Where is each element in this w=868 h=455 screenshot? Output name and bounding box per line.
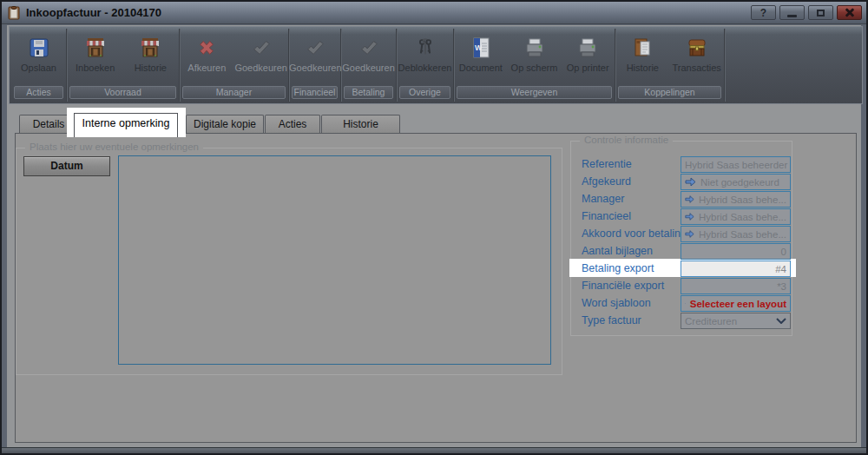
toolbar-button-label: Goedkeuren [289, 63, 342, 73]
blue-arrow-icon [685, 212, 694, 221]
toolbar-group-weergeven: W Document Op scherm Op printer [454, 29, 615, 102]
field-row-betaling-export: Betaling export #4 [571, 260, 796, 278]
field-label: Akkoord voor betaling [582, 228, 687, 240]
manager-action[interactable]: Hybrid Saas behe... [681, 191, 791, 208]
tab-interne-opmerking[interactable]: Interne opmerking [74, 113, 178, 137]
toolbar-group-label-manager: Manager [182, 86, 286, 99]
comments-textarea[interactable] [118, 155, 551, 365]
toolbar-button-label: Deblokkeren [398, 63, 452, 73]
approve-check-icon [305, 33, 326, 63]
financieel-action[interactable]: Hybrid Saas behe... [681, 208, 791, 225]
app-window: Inkoopfactuur - 20104170 ? Opslaan Actie… [0, 0, 868, 455]
window-title: Inkoopfactuur - 20104170 [26, 6, 161, 19]
toolbar-group-label-weergeven: Weergeven [457, 86, 612, 99]
toolbar-button-op-scherm[interactable]: Op scherm [508, 33, 562, 86]
toolbar-button-label: Goedkeuren [234, 63, 287, 73]
toolbar-button-op-printer[interactable]: Op printer [561, 33, 615, 86]
type-factuur-dropdown[interactable]: Crediteuren [681, 313, 791, 329]
keys-icon [415, 33, 436, 63]
akkoord-action[interactable]: Hybrid Saas behe... [681, 226, 791, 242]
title-bar: Inkoopfactuur - 20104170 ? [2, 2, 866, 24]
minimize-button[interactable] [779, 5, 805, 20]
toolbar-button-document[interactable]: W Document [454, 33, 508, 86]
toolbar-button-goedkeuren-manager[interactable]: Goedkeuren [234, 33, 288, 86]
toolbar-button-goedkeuren-betaling[interactable]: Goedkeuren [342, 33, 396, 86]
field-row-word-sjabloon: Word sjabloon Selecteer een layout [571, 295, 796, 313]
annotation-highlight-tab: Interne opmerking [67, 108, 186, 137]
toolbar-button-goedkeuren-financieel[interactable]: Goedkeuren [289, 33, 342, 86]
toolbar-filler [725, 29, 860, 102]
field-label: Financieel [582, 210, 631, 222]
field-row-akkoord-voor-betaling: Akkoord voor betaling Hybrid Saas behe..… [571, 226, 796, 243]
help-button[interactable]: ? [751, 5, 776, 20]
field-label: Aantal bijlagen [582, 245, 653, 257]
toolbar-button-afkeuren[interactable]: Afkeuren [180, 33, 233, 86]
tab-historie[interactable]: Historie [321, 115, 400, 133]
toolbar-button-label: Inboeken [76, 63, 115, 73]
maximize-button[interactable] [808, 5, 833, 20]
toolbar-button-label: Opslaan [21, 63, 56, 73]
referentie-field: Hybrid Saas beheerder [681, 156, 791, 173]
field-value: 0 [781, 247, 786, 257]
field-row-type-factuur: Type factuur Crediteuren [571, 313, 796, 330]
reject-x-icon [196, 33, 217, 63]
toolbar-button-opslaan[interactable]: Opslaan [12, 33, 66, 86]
toolbar-button-label: Afkeuren [187, 63, 226, 73]
notes-groupbox-label: Plaats hier uw eventuele opmerkingen [25, 142, 203, 152]
toolbar-group-koppelingen: Historie Transacties Koppelingen [615, 29, 725, 102]
store-icon [139, 33, 161, 63]
close-button[interactable] [837, 5, 862, 20]
field-value: Hybrid Saas behe... [699, 195, 786, 205]
approve-check-icon [358, 33, 379, 63]
field-label: Afgekeurd [582, 175, 631, 188]
field-row-afgekeurd: Afgekeurd Niet goedgekeurd [571, 174, 796, 191]
toolbar-group-label-acties: Acties [14, 86, 63, 99]
toolbar-button-label: Transacties [672, 63, 720, 73]
save-floppy-icon [28, 33, 50, 63]
datum-button[interactable]: Datum [23, 156, 110, 176]
word-sjabloon-action[interactable]: Selecteer een layout [681, 295, 791, 312]
toolbar-button-label: Historie [627, 63, 659, 73]
field-row-financiele-export: Financiële export *3 [571, 278, 796, 295]
field-row-manager: Manager Hybrid Saas behe... [571, 191, 796, 208]
store-icon [84, 33, 107, 63]
toolbar-button-label: Goedkeuren [342, 63, 395, 73]
maximize-icon [817, 10, 825, 16]
toolbar-group-financieel: Goedkeuren Financieel [289, 29, 341, 102]
field-label: Financiële export [582, 280, 664, 292]
field-value: #4 [775, 264, 786, 274]
toolbar-group-label-voorraad: Voorraad [69, 86, 176, 99]
toolbar-button-deblokkeren[interactable]: Deblokkeren [398, 33, 452, 86]
word-document-icon: W [470, 33, 491, 63]
blue-arrow-icon [685, 177, 696, 187]
toolbar-button-inboeken[interactable]: Inboeken [69, 33, 122, 86]
toolbar-button-label: Op scherm [511, 63, 558, 73]
notes-groupbox: Plaats hier uw eventuele opmerkingen Dat… [16, 148, 562, 375]
window-controls: ? [751, 5, 862, 20]
controle-groupbox: Controle informatie Referentie Hybrid Sa… [570, 141, 792, 336]
field-value: Selecteer een layout [690, 299, 786, 309]
toolbar-button-historie-koppelingen[interactable]: Historie [615, 33, 669, 86]
toolbar-button-historie-voorraad[interactable]: Historie [123, 33, 177, 86]
chevron-down-icon [776, 318, 786, 324]
toolbar-button-transacties[interactable]: Transacties [670, 33, 724, 86]
afgekeurd-action[interactable]: Niet goedgekeurd [681, 174, 791, 190]
toolbar-group-voorraad: Inboeken Historie Voorraad [67, 29, 180, 102]
invoice-clipboard-icon [8, 6, 20, 20]
toolbar-group-manager: Afkeuren Goedkeuren Manager [180, 29, 289, 102]
toolbar-group-overige: Deblokkeren Overige [397, 29, 454, 102]
field-label: Type factuur [582, 314, 641, 326]
tab-acties[interactable]: Acties [265, 115, 320, 133]
field-row-aantal-bijlagen: Aantal bijlagen 0 [571, 243, 796, 260]
archive-folder-icon [632, 33, 653, 63]
close-icon [845, 9, 855, 17]
field-value: *3 [777, 281, 786, 292]
toolbar-group-label-overige: Overige [399, 86, 450, 99]
blue-arrow-icon [685, 299, 686, 308]
toolbar-group-betaling: Goedkeuren Betaling [341, 29, 397, 102]
ribbon-toolbar: Opslaan Acties Inboeken Historie [9, 26, 863, 104]
blue-arrow-icon [685, 229, 694, 239]
field-label: Manager [582, 193, 624, 205]
tab-digitale-kopie[interactable]: Digitale kopie [186, 115, 264, 133]
field-label: Betaling export [582, 262, 654, 274]
